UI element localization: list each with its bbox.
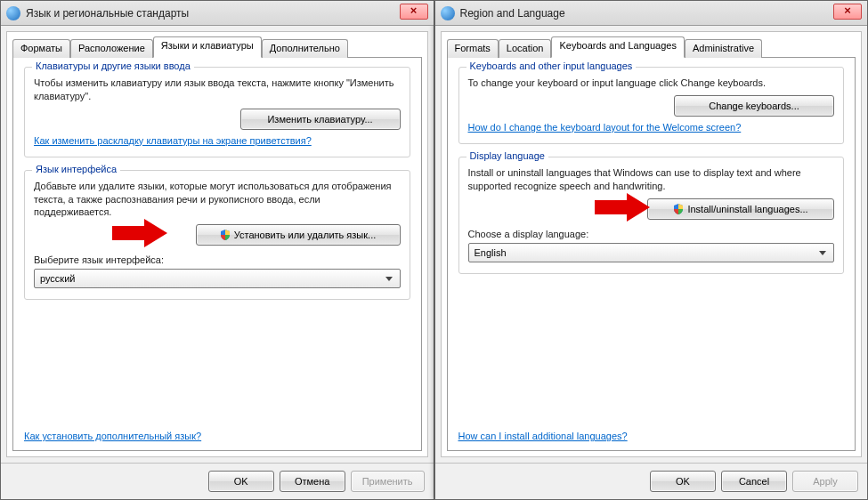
display-language-combo[interactable]: русский [34, 269, 401, 288]
tab-body: Keyboards and other input languages To c… [447, 57, 856, 451]
dialog-left: Язык и региональные стандарты × Форматы … [0, 0, 434, 500]
dialog-right: Region and Language × Formats Location K… [434, 0, 869, 500]
svg-marker-1 [595, 193, 650, 222]
tab-administrative[interactable]: Дополнительно [262, 39, 348, 58]
group-keyboards-desc: To change your keyboard or input languag… [468, 77, 835, 90]
close-icon[interactable]: × [400, 4, 428, 20]
change-keyboards-label: Change keyboards... [709, 101, 799, 111]
tab-keyboards-languages[interactable]: Языки и клавиатуры [153, 36, 262, 58]
client-area: Formats Location Keyboards and Languages… [441, 31, 863, 457]
choose-language-label: Выберите язык интерфейса: [34, 254, 401, 265]
group-display-language: Язык интерфейса Добавьте или удалите язы… [24, 170, 410, 301]
client-area: Форматы Расположение Языки и клавиатуры … [6, 31, 428, 457]
uac-shield-icon [220, 230, 231, 240]
apply-button[interactable]: Apply [792, 471, 858, 492]
group-display-legend: Язык интерфейса [32, 164, 120, 174]
welcome-keyboard-link[interactable]: How do I change the keyboard layout for … [468, 122, 742, 133]
group-display-desc: Добавьте или удалите языки, которые могу… [34, 180, 401, 220]
red-arrow-icon [595, 191, 650, 223]
install-more-languages-link[interactable]: Как установить дополнительный язык? [24, 431, 201, 441]
install-uninstall-label: Установить или удалить язык... [234, 230, 377, 240]
display-language-value: English [475, 247, 507, 258]
tab-administrative[interactable]: Administrative [685, 39, 762, 58]
tab-formats[interactable]: Formats [447, 39, 499, 58]
tab-location[interactable]: Location [499, 39, 552, 58]
apply-button[interactable]: Применить [351, 471, 425, 492]
change-keyboards-label: Изменить клавиатуру... [267, 114, 372, 125]
titlebar[interactable]: Region and Language × [435, 1, 868, 26]
tab-body: Клавиатуры и другие языки ввода Чтобы из… [12, 57, 422, 451]
cancel-button[interactable]: Cancel [721, 471, 787, 492]
dialog-footer: OK Cancel Apply [435, 463, 868, 499]
group-keyboards-legend: Keyboards and other input languages [466, 60, 637, 71]
group-display-language: Display language Install or uninstall la… [458, 157, 845, 274]
install-uninstall-languages-button[interactable]: Установить или удалить язык... [196, 224, 401, 246]
group-display-legend: Display language [466, 150, 548, 161]
install-more-languages-link[interactable]: How can I install additional languages? [458, 431, 628, 441]
tab-strip: Форматы Расположение Языки и клавиатуры … [12, 36, 422, 58]
tab-keyboards-languages[interactable]: Keyboards and Languages [551, 36, 685, 58]
uac-shield-icon [673, 204, 684, 214]
display-language-value: русский [40, 273, 75, 284]
tab-strip: Formats Location Keyboards and Languages… [447, 36, 856, 58]
display-language-combo[interactable]: English [468, 243, 835, 262]
group-keyboards-legend: Клавиатуры и другие языки ввода [32, 60, 194, 71]
svg-marker-0 [112, 219, 167, 247]
change-keyboards-button[interactable]: Изменить клавиатуру... [240, 109, 401, 130]
install-uninstall-languages-button[interactable]: Install/uninstall languages... [647, 198, 834, 220]
close-icon[interactable]: × [833, 4, 862, 20]
group-keyboards: Keyboards and other input languages To c… [458, 67, 845, 144]
choose-language-label: Choose a display language: [468, 229, 835, 239]
tab-formats[interactable]: Форматы [12, 39, 70, 58]
ok-button[interactable]: OK [650, 471, 716, 492]
red-arrow-icon [112, 217, 167, 249]
cancel-button[interactable]: Отмена [280, 471, 345, 492]
ok-button[interactable]: OK [208, 471, 274, 492]
window-title: Язык и региональные стандарты [26, 7, 189, 20]
change-keyboards-button[interactable]: Change keyboards... [674, 95, 834, 117]
group-keyboards: Клавиатуры и другие языки ввода Чтобы из… [24, 67, 410, 157]
globe-icon [441, 6, 455, 20]
titlebar[interactable]: Язык и региональные стандарты × [1, 1, 434, 26]
install-uninstall-label: Install/uninstall languages... [687, 204, 807, 214]
welcome-keyboard-link[interactable]: Как изменить раскладку клавиатуры на экр… [34, 135, 312, 146]
tab-location[interactable]: Расположение [70, 39, 153, 58]
group-keyboards-desc: Чтобы изменить клавиатуру или язык ввода… [34, 77, 401, 103]
dialog-footer: OK Отмена Применить [1, 463, 434, 499]
globe-icon [6, 6, 20, 20]
window-title: Region and Language [460, 7, 565, 20]
group-display-desc: Install or uninstall languages that Wind… [468, 166, 835, 193]
